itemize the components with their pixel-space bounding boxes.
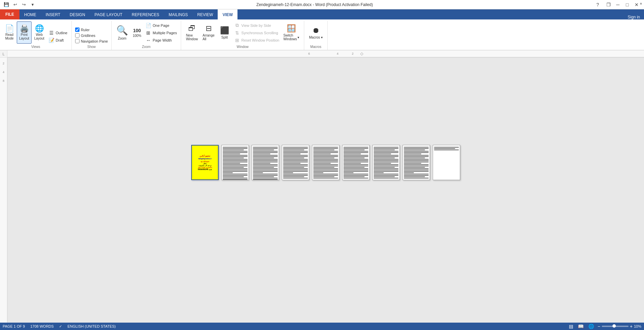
tab-view[interactable]: VIEW	[218, 9, 237, 19]
one-page-icon: 📄	[145, 23, 151, 28]
ruler-checkbox-input[interactable]	[75, 28, 79, 32]
reset-window-label: Reset Window Position	[241, 38, 279, 42]
tab-insert[interactable]: INSERT	[41, 9, 65, 19]
minimize-button[interactable]: ─	[613, 1, 623, 8]
undo-button[interactable]: ↩	[11, 1, 19, 8]
page-3[interactable]	[252, 145, 279, 180]
pages-row: تحقیق آنلاین fafaghfgonline.ir جمع دانلـ…	[191, 145, 460, 180]
page-4[interactable]	[282, 145, 309, 180]
print-layout-button[interactable]: 🖨️ PrintLayout	[17, 21, 32, 44]
zoom-100-icon: 100	[133, 28, 141, 33]
read-mode-button[interactable]: 📄 ReadMode	[3, 21, 16, 44]
page-6[interactable]	[342, 145, 370, 180]
gridlines-checkbox-input[interactable]	[75, 33, 79, 38]
one-page-label: One Page	[153, 23, 169, 28]
ribbon-collapse-button[interactable]: ▲	[639, 1, 643, 5]
synchronous-scrolling-button[interactable]: ⇅ Synchronous Scrolling	[233, 30, 281, 36]
show-group-content: Ruler Gridlines Navigation Pane	[74, 21, 109, 44]
window-controls: ? ❐ ─ □ ✕	[593, 1, 641, 8]
help-icon[interactable]: ?	[593, 1, 602, 8]
page-3-content	[252, 145, 279, 180]
proofing-check-icon: ✓	[59, 324, 62, 329]
web-layout-icon: 🌐	[35, 25, 44, 32]
tab-file[interactable]: FILE	[0, 9, 19, 19]
multiple-pages-button[interactable]: ⊞ Multiple Pages	[144, 30, 178, 36]
cover-title: تحقیق آنلاین	[200, 155, 211, 157]
page-8[interactable]	[402, 145, 430, 180]
print-layout-icon: 🖨️	[20, 25, 29, 32]
page-9[interactable]	[433, 145, 460, 180]
page-7[interactable]	[372, 145, 400, 180]
zoom-minus-button[interactable]: −	[598, 324, 600, 329]
page-width-button[interactable]: ↔ Page Width	[144, 37, 178, 44]
switch-windows-button[interactable]: 🪟 SwitchWindows ▾	[281, 21, 302, 44]
v-ruler-mark-8: 8	[3, 79, 4, 82]
arrange-all-label: ArrangeAll	[203, 34, 215, 41]
one-page-button[interactable]: 📄 One Page	[144, 22, 178, 29]
ruler-row: L 6 4 2 ◇	[0, 50, 644, 58]
tab-home[interactable]: HOME	[19, 9, 41, 19]
zoom-icon: 🔍	[116, 25, 128, 36]
page-1[interactable]: تحقیق آنلاین fafaghfgonline.ir جمع دانلـ…	[191, 145, 219, 180]
draft-button[interactable]: 📝 Draft	[47, 37, 69, 44]
ruler-checkbox[interactable]: Ruler	[74, 27, 109, 32]
switch-windows-label: SwitchWindows ▾	[283, 34, 300, 41]
switch-windows-col: 🪟 SwitchWindows ▾	[281, 21, 302, 44]
save-button[interactable]: 💾	[3, 1, 10, 8]
read-mode-label: ReadMode	[5, 33, 13, 40]
zoom-button[interactable]: 🔍 Zoom	[114, 21, 130, 44]
horizontal-ruler: 6 4 2 ◇	[7, 50, 644, 57]
tab-page-layout[interactable]: PAGE LAYOUT	[90, 9, 127, 19]
page-2[interactable]	[221, 145, 249, 180]
v-ruler-mark-2: 2	[3, 62, 4, 65]
restore-icon[interactable]: ❐	[604, 1, 613, 8]
normal-view-button[interactable]: ▤	[568, 324, 574, 329]
page-5[interactable]	[312, 145, 339, 180]
view-side-by-side-button[interactable]: ⧉ View Side by Side	[233, 22, 281, 29]
navigation-pane-checkbox[interactable]: Navigation Pane	[74, 39, 109, 44]
macros-button[interactable]: ⏺ Macros ▾	[307, 21, 325, 44]
ribbon-group-macros: ⏺ Macros ▾ Macros	[304, 21, 328, 50]
zoom-page-btns: 📄 One Page ⊞ Multiple Pages ↔ Page Width	[144, 22, 178, 44]
reset-window-position-button[interactable]: ⊞ Reset Window Position	[233, 37, 281, 44]
document-canvas[interactable]: تحقیق آنلاین fafaghfgonline.ir جمع دانلـ…	[7, 58, 644, 323]
maximize-button[interactable]: □	[623, 1, 632, 8]
page-6-content	[342, 145, 369, 180]
read-view-button[interactable]: 📖	[577, 324, 585, 329]
tab-design[interactable]: DESIGN	[65, 9, 90, 19]
sign-in-button[interactable]: Sign in	[624, 15, 644, 19]
draft-icon: 📝	[48, 38, 54, 43]
arrange-all-button[interactable]: ⊟ ArrangeAll	[201, 21, 217, 44]
zoom-label: Zoom	[118, 37, 126, 40]
tab-review[interactable]: REVIEW	[193, 9, 218, 19]
views-small-buttons: ☰ Outline 📝 Draft	[47, 30, 69, 44]
customize-qat-button[interactable]: ▾	[29, 1, 36, 8]
read-mode-icon: 📄	[5, 25, 14, 32]
web-view-status-button[interactable]: 🌐	[587, 324, 595, 329]
ribbon-tabs: FILE HOME INSERT DESIGN PAGE LAYOUT REFE…	[0, 9, 644, 19]
new-window-button[interactable]: 🗗 NewWindow	[184, 21, 200, 44]
navigation-pane-checkbox-input[interactable]	[75, 39, 79, 43]
cover-phone: هدیه 09356955348	[198, 168, 212, 170]
new-window-label: NewWindow	[186, 34, 198, 41]
draft-label: Draft	[56, 38, 64, 42]
page-7-content	[373, 145, 399, 180]
outline-icon: ☰	[48, 30, 54, 36]
language-status: ENGLISH (UNITED STATES)	[67, 324, 116, 328]
web-layout-label: WebLayout	[34, 33, 44, 40]
split-label: Split	[221, 36, 228, 39]
gridlines-checkbox[interactable]: Gridlines	[74, 33, 109, 38]
zoom-plus-button[interactable]: +	[630, 324, 633, 329]
proofing-icon: ✓	[59, 324, 62, 329]
macros-label: Macros ▾	[309, 36, 323, 39]
tab-references[interactable]: REFERENCES	[127, 9, 164, 19]
outline-button[interactable]: ☰ Outline	[47, 30, 69, 36]
macros-group-label: Macros	[307, 44, 325, 49]
macros-dropdown-icon: ▾	[321, 36, 323, 39]
tab-mailings[interactable]: MAILINGS	[164, 9, 193, 19]
redo-button[interactable]: ↪	[20, 1, 28, 8]
split-button[interactable]: ⬛ Split	[217, 21, 232, 44]
web-layout-button[interactable]: 🌐 WebLayout	[32, 21, 46, 44]
zoom-100-button[interactable]: 100 100%	[131, 21, 144, 44]
zoom-slider[interactable]	[602, 326, 629, 327]
